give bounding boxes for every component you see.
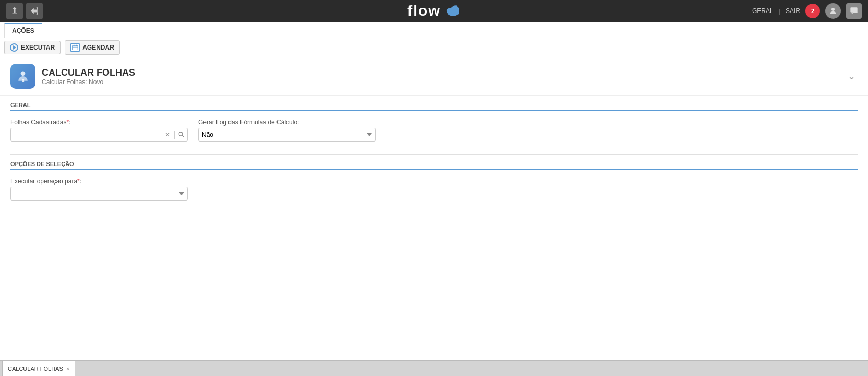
header-left-icons (6, 3, 43, 19)
geral-form-row: Folhas Cadastradas*: ✕ Gerar Log (10, 119, 858, 142)
notification-count: 2 (811, 8, 814, 14)
app-logo: flow (407, 3, 461, 19)
main-content: $ CALCULAR FOLHAS Calcular Folhas: Novo … (0, 57, 868, 360)
schedule-label: AGENDAR (82, 44, 114, 51)
collapse-button[interactable]: ⌄ (846, 68, 858, 84)
toolbar-tab-bar: AÇÕES (0, 22, 868, 38)
logo-cloud-svg (444, 5, 461, 17)
gerar-log-label: Gerar Log das Fórmulas de Cálculo: (198, 119, 376, 126)
notification-button[interactable]: 2 (805, 4, 820, 18)
gerar-log-group: Gerar Log das Fórmulas de Cálculo: Não S… (198, 119, 376, 142)
calendar-icon (72, 44, 78, 51)
schedule-button[interactable]: AGENDAR (65, 40, 120, 55)
folhas-clear-button[interactable]: ✕ (162, 129, 173, 140)
folhas-cadastradas-group: Folhas Cadastradas*: ✕ (10, 119, 188, 142)
page-header: $ CALCULAR FOLHAS Calcular Folhas: Novo … (0, 57, 868, 96)
execute-button[interactable]: EXECUTAR (4, 41, 61, 54)
executar-group: Executar operação para*: (10, 178, 188, 201)
folhas-input-container: ✕ (10, 128, 188, 142)
folhas-label: Folhas Cadastradas*: (10, 119, 188, 126)
bottom-tab-label: CALCULAR FOLHAS (8, 366, 63, 372)
executar-select[interactable] (10, 187, 188, 201)
folhas-search-button[interactable] (176, 129, 187, 140)
exit-icon (30, 6, 39, 16)
user-icon (828, 6, 838, 16)
page-icon: $ (10, 64, 35, 89)
logo-text: flow (407, 3, 441, 19)
folhas-input[interactable] (11, 128, 162, 141)
action-bar: EXECUTAR AGENDAR (0, 38, 868, 57)
bottom-bar: CALCULAR FOLHAS × (0, 360, 868, 376)
top-header: flow GERAL | SAIR 2 (0, 0, 868, 22)
svg-point-11 (21, 71, 26, 76)
execute-label: EXECUTAR (21, 44, 55, 51)
payroll-icon: $ (16, 69, 30, 84)
executar-required-star: * (77, 178, 80, 185)
svg-text:$: $ (22, 78, 25, 83)
svg-marker-4 (454, 5, 456, 6)
chat-icon (850, 7, 858, 15)
header-right-area: GERAL | SAIR 2 (752, 3, 862, 19)
opcoes-section: OPÇÕES DE SELEÇÃO Executar operação para… (0, 155, 868, 213)
sair-link[interactable]: SAIR (786, 7, 800, 15)
upload-icon (10, 6, 19, 16)
play-icon (10, 43, 18, 52)
gerar-log-select[interactable]: Não Sim (198, 128, 376, 142)
chat-button[interactable] (846, 3, 862, 19)
executar-label: Executar operação para*: (10, 178, 188, 185)
opcoes-form-row: Executar operação para*: (10, 178, 858, 201)
svg-point-13 (179, 132, 183, 136)
geral-section: GERAL Folhas Cadastradas*: ✕ (0, 96, 868, 154)
acoes-tab[interactable]: AÇÕES (4, 23, 42, 38)
nav-separator: | (779, 7, 780, 15)
input-separator (174, 131, 175, 139)
geral-section-title: GERAL (10, 102, 858, 111)
upload-icon-button[interactable] (6, 3, 23, 19)
geral-link[interactable]: GERAL (752, 7, 774, 15)
page-title-area: CALCULAR FOLHAS Calcular Folhas: Novo (42, 67, 846, 86)
opcoes-section-title: OPÇÕES DE SELEÇÃO (10, 161, 858, 170)
page-title: CALCULAR FOLHAS (42, 67, 846, 78)
svg-rect-7 (73, 45, 78, 50)
svg-point-5 (831, 8, 835, 11)
schedule-icon (70, 43, 80, 52)
page-subtitle: Calcular Folhas: Novo (42, 78, 846, 86)
svg-line-14 (182, 135, 184, 137)
svg-rect-6 (850, 7, 857, 12)
user-avatar[interactable] (825, 3, 841, 19)
bottom-tab-close[interactable]: × (66, 366, 69, 372)
search-icon (178, 132, 185, 138)
exit-icon-button[interactable] (26, 3, 43, 19)
folhas-required-star: * (66, 119, 69, 126)
bottom-tab-calcular[interactable]: CALCULAR FOLHAS × (2, 361, 75, 376)
